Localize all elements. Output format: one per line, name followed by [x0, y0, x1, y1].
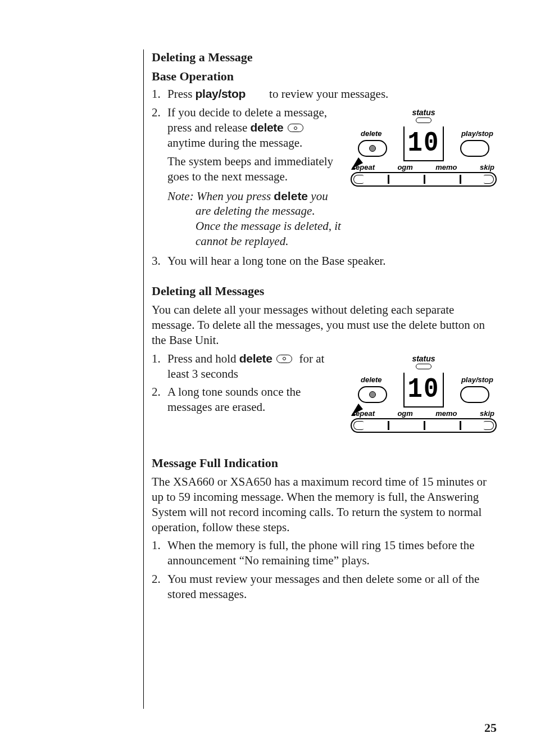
device-illustration: status delete 10 play/stop: [351, 105, 497, 187]
keyword-delete: delete: [251, 121, 284, 134]
delete-label: delete: [361, 130, 382, 137]
step-number: 3.: [152, 253, 161, 269]
section-heading: Deleting a Message: [152, 49, 497, 65]
section-deleting-all-messages: Deleting all Messages You can delete all…: [152, 283, 497, 433]
device-mid-row: delete 10 play/stop: [351, 373, 497, 408]
ordered-steps: 1. When the memory is full, the phone wi…: [152, 538, 497, 602]
page-content: Deleting a Message Base Operation 1. Pre…: [152, 49, 497, 602]
step-1: 1. Press play/stop to review your messag…: [152, 87, 497, 102]
step-result: The system beeps and immediately goes to…: [167, 154, 343, 184]
svg-marker-0: [352, 157, 363, 169]
button-glyph-icon: [276, 355, 292, 363]
step-text: When the memory is full, the phone will …: [167, 538, 474, 567]
lcd-display: 10: [403, 373, 444, 408]
note-label: Note:: [167, 189, 197, 203]
svg-rect-3: [351, 413, 356, 415]
steps-with-figure: 1. Press and hold delete for at least 3 …: [152, 351, 497, 433]
ordered-steps: 1. Press and hold delete for at least 3 …: [152, 351, 343, 415]
svg-marker-2: [352, 404, 363, 415]
step-number: 1.: [152, 351, 161, 366]
step-text-pre: If you decide to delete a message, press…: [167, 106, 327, 134]
playstop-label: play/stop: [461, 130, 493, 137]
section-message-full: Message Full Indication The XSA660 or XS…: [152, 455, 497, 602]
playstop-button-illustration: play/stop: [453, 373, 497, 408]
step-2: 2. A long tone sounds once the messages …: [152, 384, 343, 415]
vertical-rule: [143, 49, 144, 709]
step-number: 2.: [152, 572, 161, 587]
step-number: 2.: [152, 384, 161, 400]
step-1: 1. Press and hold delete for at least 3 …: [152, 351, 343, 382]
step-text-pre: Press and hold: [167, 352, 239, 365]
step-text: You must review your messages and then d…: [167, 572, 479, 601]
step-text: A long tone sounds once the messages are…: [167, 385, 301, 414]
step-2: 2. You must review your messages and the…: [152, 572, 497, 602]
step-number: 1.: [152, 538, 161, 553]
step-text-post: to review your messages.: [266, 87, 389, 101]
ogm-label: ogm: [397, 410, 412, 417]
section-subheading: Base Operation: [152, 69, 497, 84]
playstop-capsule-icon: [460, 140, 489, 157]
section-intro: The XSA660 or XSA650 has a maximum recor…: [152, 474, 497, 535]
lcd-value: 10: [408, 375, 440, 403]
section-heading: Deleting all Messages: [152, 283, 497, 299]
button-glyph-icon: [288, 124, 303, 132]
skip-label: skip: [480, 410, 494, 417]
bottom-button-labels: repeat ogm memo skip: [351, 161, 497, 172]
device-mid-row: delete 10 play/stop: [351, 126, 497, 161]
step-text-post: anytime during the message.: [167, 136, 302, 150]
page-number: 25: [484, 720, 497, 736]
step-3: 3. You will hear a long tone on the Base…: [152, 253, 497, 269]
keyword-delete: delete: [239, 352, 272, 365]
manual-page: Deleting a Message Base Operation 1. Pre…: [0, 0, 536, 756]
step-note: Note: When you press delete you are dele…: [167, 189, 343, 250]
skip-label: skip: [480, 164, 494, 171]
pointer-arrow-icon: [351, 401, 365, 416]
playstop-button-illustration: play/stop: [453, 126, 497, 161]
step-text-pre: Press: [167, 87, 196, 101]
four-button-bar-icon: [351, 172, 497, 187]
playstop-label: play/stop: [461, 376, 493, 383]
status-label: status: [351, 108, 497, 116]
step-with-figure: 2. If you decide to delete a message, pr…: [152, 105, 497, 253]
lcd-display: 10: [403, 126, 444, 161]
pointer-arrow-icon: [351, 155, 365, 170]
bottom-button-labels: repeat ogm memo skip: [351, 408, 497, 418]
memo-label: memo: [435, 410, 457, 417]
status-label: status: [351, 355, 497, 363]
lcd-value: 10: [408, 130, 440, 157]
ogm-label: ogm: [397, 164, 412, 171]
ordered-steps: 1. Press play/stop to review your messag…: [152, 87, 497, 102]
step-number: 1.: [152, 87, 161, 102]
section-intro: You can delete all your messages without…: [152, 302, 497, 348]
keyword-playstop: play/stop: [196, 87, 246, 100]
playstop-capsule-icon: [460, 386, 489, 403]
step-1: 1. When the memory is full, the phone wi…: [152, 538, 497, 568]
step-2: 2. If you decide to delete a message, pr…: [152, 105, 343, 249]
delete-label: delete: [361, 376, 382, 383]
section-deleting-a-message: Deleting a Message Base Operation 1. Pre…: [152, 49, 497, 269]
svg-rect-1: [351, 167, 356, 170]
device-illustration: status delete 10 play/stop: [351, 351, 497, 433]
delete-capsule-icon: [358, 386, 387, 403]
ordered-steps-cont: 2. If you decide to delete a message, pr…: [152, 105, 343, 249]
four-button-bar-icon: [351, 418, 497, 433]
memo-label: memo: [435, 164, 457, 171]
keyword-delete: delete: [274, 189, 308, 202]
step-text-column: 2. If you decide to delete a message, pr…: [152, 105, 343, 253]
step-text-column: 1. Press and hold delete for at least 3 …: [152, 351, 343, 419]
ordered-steps-cont2: 3. You will hear a long tone on the Base…: [152, 253, 497, 269]
step-text: You will hear a long tone on the Base sp…: [167, 254, 386, 268]
delete-capsule-icon: [358, 140, 387, 157]
section-heading: Message Full Indication: [152, 455, 497, 471]
step-number: 2.: [152, 105, 161, 120]
status-lamp-icon: [416, 364, 431, 369]
note-text-pre: When you press: [197, 189, 274, 203]
status-lamp-icon: [416, 117, 431, 123]
